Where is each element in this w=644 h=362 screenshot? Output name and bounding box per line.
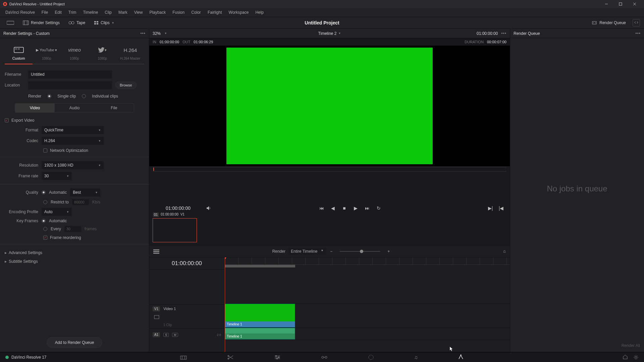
network-opt-check[interactable] xyxy=(43,148,47,153)
track-head-v1[interactable]: V1 Video 1 1 Clip xyxy=(149,304,224,328)
track-head-a1[interactable]: A1 S M 2.0 xyxy=(149,328,224,341)
timeline-playhead[interactable] xyxy=(225,257,225,352)
loop-icon[interactable]: ↻ xyxy=(375,205,382,211)
viewer-scrub-track[interactable] xyxy=(153,167,506,172)
individual-clips-radio[interactable] xyxy=(82,94,86,98)
add-to-render-queue-button[interactable]: Add to Render Queue xyxy=(47,337,103,348)
menu-edit[interactable]: Edit xyxy=(51,9,65,16)
clip-thumbnail[interactable]: 01 01:00:00:00 V1 xyxy=(153,218,197,242)
timeline-zoom-slider[interactable] xyxy=(340,251,380,252)
viewer-menu-icon[interactable]: ••• xyxy=(501,31,506,36)
gear-icon[interactable] xyxy=(633,355,639,360)
prev-clip-icon[interactable]: |◀ xyxy=(498,205,504,211)
home-icon[interactable] xyxy=(623,355,628,360)
audio-meter-icon[interactable]: ♫ xyxy=(503,249,506,254)
viewer-playhead[interactable] xyxy=(153,168,154,171)
tab-file[interactable]: File xyxy=(94,104,134,112)
menu-mark[interactable]: Mark xyxy=(115,9,131,16)
go-start-icon[interactable]: ⏮ xyxy=(318,205,325,211)
viewer-canvas[interactable] xyxy=(149,46,510,166)
toolbar-render-settings[interactable]: Render Settings xyxy=(20,19,62,26)
a1-mute-button[interactable]: M xyxy=(172,333,178,337)
render-scope-select[interactable]: Entire Timeline▼ xyxy=(288,248,326,255)
menu-davinci[interactable]: DaVinci Resolve xyxy=(2,9,38,16)
menu-fusion[interactable]: Fusion xyxy=(169,9,188,16)
subtitle-settings-expand[interactable]: ▶ Subtitle Settings xyxy=(5,257,144,266)
preset-vimeo[interactable]: vimeo 1080p xyxy=(60,45,88,62)
frame-rate-select[interactable]: 30▼ xyxy=(42,172,72,180)
advanced-settings-expand[interactable]: ▶ Advanced Settings xyxy=(5,248,144,257)
maximize-button[interactable] xyxy=(614,0,627,8)
menu-playback[interactable]: Playback xyxy=(146,9,169,16)
preset-youtube[interactable]: ▶ YouTube ▾ 1080p xyxy=(33,45,60,62)
tab-audio[interactable]: Audio xyxy=(55,104,94,112)
filename-input[interactable] xyxy=(28,70,112,78)
frame-reordering-check[interactable] xyxy=(43,236,47,240)
preset-h264[interactable]: H.264 H.264 Master xyxy=(116,45,144,62)
page-media[interactable] xyxy=(173,353,194,362)
render-settings-menu-icon[interactable]: ••• xyxy=(140,31,146,36)
audio-clip[interactable]: Timeline 1 xyxy=(225,328,295,340)
quality-auto-radio[interactable] xyxy=(42,190,46,194)
menu-timeline[interactable]: Timeline xyxy=(79,9,101,16)
viewer-timeline-name[interactable]: Timeline 2 xyxy=(318,31,337,36)
next-clip-icon[interactable]: ▶| xyxy=(487,205,494,211)
timeline-range-bar[interactable] xyxy=(225,265,295,267)
render-all-button[interactable]: Render All xyxy=(622,343,640,348)
export-video-check[interactable] xyxy=(5,118,9,122)
toolbar-media-icon[interactable] xyxy=(4,19,17,26)
timeline-chevron-icon[interactable]: ▼ xyxy=(338,32,341,35)
track-frame-icon[interactable] xyxy=(154,315,159,319)
timeline-view-icon[interactable] xyxy=(153,249,159,254)
play-icon[interactable]: ▶ xyxy=(353,205,359,211)
page-cut[interactable] xyxy=(220,353,240,362)
location-input[interactable] xyxy=(28,81,112,89)
browse-button[interactable]: Browse xyxy=(115,81,137,89)
minimize-button[interactable] xyxy=(600,0,613,8)
preset-custom[interactable]: Custom xyxy=(5,45,33,62)
key-auto-radio[interactable] xyxy=(42,219,46,223)
key-every-radio[interactable] xyxy=(43,227,47,231)
menu-help[interactable]: Help xyxy=(252,9,267,16)
toolbar-tape[interactable]: Tape xyxy=(66,19,88,26)
video-clip[interactable]: Timeline 1 xyxy=(225,304,295,327)
menu-file[interactable]: File xyxy=(38,9,51,16)
render-queue-menu-icon[interactable]: ••• xyxy=(635,31,641,36)
menu-workspace[interactable]: Workspace xyxy=(225,9,252,16)
toolbar-clips[interactable]: Clips ▼ xyxy=(91,19,117,26)
page-fusion[interactable] xyxy=(314,353,334,362)
menu-trim[interactable]: Trim xyxy=(65,9,80,16)
codec-select[interactable]: H.264▼ xyxy=(42,137,104,145)
page-fairlight[interactable]: ♫ xyxy=(408,353,425,362)
menu-view[interactable]: View xyxy=(131,9,146,16)
zoom-in-icon[interactable]: + xyxy=(387,249,390,254)
single-clip-radio[interactable] xyxy=(47,94,51,98)
resolution-select[interactable]: 644 x 362 HD▼ xyxy=(42,161,104,169)
quality-best-select[interactable]: Best▼ xyxy=(70,188,100,196)
page-edit[interactable] xyxy=(267,353,287,362)
step-forward-icon[interactable]: ⏭ xyxy=(364,205,371,211)
encoding-profile-select[interactable]: Auto▼ xyxy=(42,208,72,216)
toolbar-expand-icon[interactable] xyxy=(633,19,640,26)
page-color[interactable] xyxy=(361,352,381,362)
key-every-input[interactable] xyxy=(64,226,81,232)
preset-twitter[interactable]: ▾ 1080p xyxy=(89,45,116,62)
close-button[interactable] xyxy=(628,0,641,8)
timeline-ruler[interactable] xyxy=(225,257,510,265)
a1-solo-button[interactable]: S xyxy=(163,333,169,337)
tab-video[interactable]: Video xyxy=(15,104,55,112)
zoom-chevron-icon[interactable]: ▼ xyxy=(164,32,167,35)
menu-clip[interactable]: Clip xyxy=(101,9,115,16)
restrict-kbps-input[interactable] xyxy=(72,199,89,205)
viewer-zoom[interactable]: 32% xyxy=(153,31,161,36)
page-deliver[interactable] xyxy=(451,352,471,362)
menu-fairlight[interactable]: Fairlight xyxy=(204,9,225,16)
zoom-out-icon[interactable]: − xyxy=(330,249,332,254)
quality-restrict-radio[interactable] xyxy=(43,200,47,204)
format-select[interactable]: QuickTime▼ xyxy=(42,126,104,134)
menu-color[interactable]: Color xyxy=(188,9,204,16)
toolbar-render-queue[interactable]: Render Queue xyxy=(589,19,629,26)
step-back-icon[interactable]: ◀ xyxy=(330,205,336,211)
stop-icon[interactable]: ■ xyxy=(341,205,348,211)
volume-icon[interactable] xyxy=(206,206,213,210)
